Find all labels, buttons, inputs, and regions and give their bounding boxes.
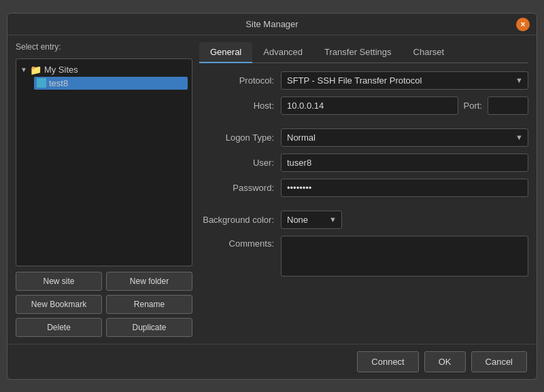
duplicate-button[interactable]: Duplicate <box>106 318 192 337</box>
new-site-button[interactable]: New site <box>16 272 102 291</box>
user-input[interactable] <box>281 154 528 172</box>
logon-type-select[interactable]: Normal Anonymous Ask for password Intera… <box>281 128 528 147</box>
host-row: Host: Port: <box>199 96 528 115</box>
tabs: General Advanced Transfer Settings Chars… <box>199 42 528 63</box>
site-icon <box>37 78 46 88</box>
tab-charset[interactable]: Charset <box>403 42 456 63</box>
logon-type-label: Logon Type: <box>199 132 281 143</box>
password-row: Password: <box>199 179 528 197</box>
comments-label: Comments: <box>199 238 281 249</box>
host-port-group: Port: <box>281 96 528 115</box>
dialog-title: Site Manager <box>245 19 298 29</box>
chevron-icon: ▼ <box>20 66 27 73</box>
bottom-bar: Connect OK Cancel <box>7 344 537 379</box>
bg-color-select[interactable]: None Red Green Blue Yellow <box>281 211 342 229</box>
site-manager-dialog: Site Manager × Select entry: ▼ 📁 My Site… <box>7 13 537 380</box>
cancel-button[interactable]: Cancel <box>471 351 527 372</box>
title-bar: Site Manager × <box>7 14 537 35</box>
user-label: User: <box>199 158 281 168</box>
protocol-label: Protocol: <box>199 75 281 86</box>
delete-button[interactable]: Delete <box>16 318 102 337</box>
connect-button[interactable]: Connect <box>357 351 418 372</box>
host-label: Host: <box>199 101 281 111</box>
protocol-select[interactable]: SFTP - SSH File Transfer Protocol FTP - … <box>281 71 528 90</box>
password-input[interactable] <box>281 179 528 197</box>
port-label: Port: <box>458 101 488 111</box>
tree-area: ▼ 📁 My Sites test8 <box>16 58 192 266</box>
logon-type-select-wrapper: Normal Anonymous Ask for password Intera… <box>281 128 528 147</box>
comments-row: Comments: <box>199 236 528 330</box>
close-button[interactable]: × <box>516 18 530 31</box>
dialog-body: Select entry: ▼ 📁 My Sites test8 New sit… <box>7 35 537 344</box>
new-bookmark-button[interactable]: New Bookmark <box>16 295 102 314</box>
tab-general[interactable]: General <box>199 42 252 63</box>
port-input[interactable] <box>488 96 528 115</box>
tree-item-test8[interactable]: test8 <box>34 77 188 90</box>
select-entry-label: Select entry: <box>16 42 192 52</box>
ok-button[interactable]: OK <box>424 351 466 372</box>
user-row: User: <box>199 154 528 172</box>
protocol-row: Protocol: SFTP - SSH File Transfer Proto… <box>199 71 528 90</box>
new-folder-button[interactable]: New folder <box>106 272 192 291</box>
bg-color-row: Background color: None Red Green Blue Ye… <box>199 211 528 229</box>
right-panel: General Advanced Transfer Settings Chars… <box>199 42 528 337</box>
tree-folder: ▼ 📁 My Sites <box>20 63 188 77</box>
bg-color-label: Background color: <box>199 215 281 225</box>
host-input[interactable] <box>281 96 458 115</box>
tab-transfer-settings[interactable]: Transfer Settings <box>313 42 403 63</box>
left-panel: Select entry: ▼ 📁 My Sites test8 New sit… <box>16 42 192 337</box>
protocol-select-wrapper: SFTP - SSH File Transfer Protocol FTP - … <box>281 71 528 90</box>
password-label: Password: <box>199 183 281 193</box>
button-grid: New site New folder New Bookmark Rename … <box>16 272 192 337</box>
comments-input[interactable] <box>281 236 528 277</box>
rename-button[interactable]: Rename <box>106 295 192 314</box>
folder-name: My Sites <box>44 65 78 75</box>
folder-icon: 📁 <box>30 65 41 75</box>
logon-type-row: Logon Type: Normal Anonymous Ask for pas… <box>199 128 528 147</box>
tab-advanced[interactable]: Advanced <box>252 42 313 63</box>
site-name: test8 <box>49 78 68 88</box>
bg-color-select-wrapper: None Red Green Blue Yellow ▼ <box>281 211 342 229</box>
form-area: Protocol: SFTP - SSH File Transfer Proto… <box>199 71 528 337</box>
